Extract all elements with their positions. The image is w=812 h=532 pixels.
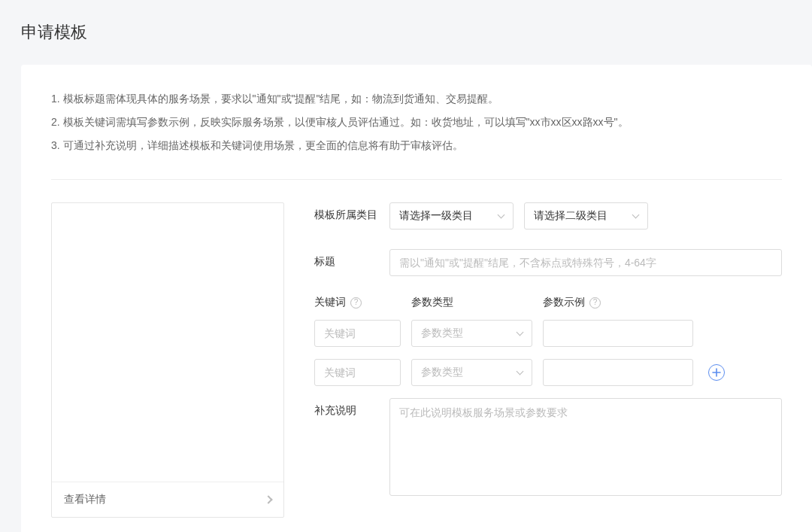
category-level2-select[interactable]: 请选择二级类目 bbox=[524, 202, 648, 230]
keyword-label: 关键词 bbox=[314, 296, 346, 309]
param-type-label: 参数类型 bbox=[411, 296, 453, 309]
param-example-input[interactable] bbox=[543, 320, 693, 347]
supplement-label: 补充说明 bbox=[314, 398, 389, 418]
instruction-3: 3. 可通过补充说明，详细描述模板和关键词使用场景，更全面的信息将有助于审核评估… bbox=[51, 134, 782, 157]
chevron-down-icon bbox=[517, 368, 524, 375]
page-title: 申请模板 bbox=[21, 21, 812, 44]
keyword-row: 参数类型 bbox=[314, 359, 782, 386]
category-label: 模板所属类目 bbox=[314, 202, 389, 222]
chevron-down-icon bbox=[517, 329, 524, 336]
category-level1-placeholder: 请选择一级类目 bbox=[399, 209, 473, 223]
supplement-textarea[interactable] bbox=[389, 398, 782, 496]
keyword-row: 参数类型 bbox=[314, 320, 782, 347]
title-input[interactable] bbox=[389, 249, 782, 276]
keyword-input[interactable] bbox=[314, 320, 401, 347]
preview-panel: 查看详情 bbox=[51, 202, 284, 518]
view-details-label: 查看详情 bbox=[64, 493, 106, 506]
chevron-down-icon bbox=[498, 211, 505, 219]
form-card: 1. 模板标题需体现具体的服务场景，要求以"通知"或"提醒"结尾，如：物流到货通… bbox=[21, 65, 812, 532]
preview-body bbox=[52, 203, 283, 482]
chevron-right-icon bbox=[264, 496, 272, 504]
param-type-select[interactable]: 参数类型 bbox=[411, 359, 532, 386]
instruction-2: 2. 模板关键词需填写参数示例，反映实际服务场景，以便审核人员评估通过。如：收货… bbox=[51, 111, 782, 134]
title-label: 标题 bbox=[314, 249, 389, 269]
param-type-select[interactable]: 参数类型 bbox=[411, 320, 532, 347]
param-type-placeholder: 参数类型 bbox=[421, 327, 463, 340]
param-example-input[interactable] bbox=[543, 359, 693, 386]
param-example-label: 参数示例 bbox=[543, 296, 585, 309]
form-area: 模板所属类目 请选择一级类目 请选择二级类目 标题 bbox=[314, 202, 782, 518]
view-details-link[interactable]: 查看详情 bbox=[52, 482, 283, 517]
param-type-placeholder: 参数类型 bbox=[421, 366, 463, 379]
keyword-input[interactable] bbox=[314, 359, 401, 386]
instruction-1: 1. 模板标题需体现具体的服务场景，要求以"通知"或"提醒"结尾，如：物流到货通… bbox=[51, 87, 782, 111]
help-icon[interactable]: ? bbox=[350, 297, 362, 309]
instructions: 1. 模板标题需体现具体的服务场景，要求以"通知"或"提醒"结尾，如：物流到货通… bbox=[51, 87, 782, 180]
add-keyword-button[interactable] bbox=[708, 364, 725, 381]
category-level2-placeholder: 请选择二级类目 bbox=[534, 209, 607, 223]
chevron-down-icon bbox=[632, 211, 639, 219]
help-icon[interactable]: ? bbox=[589, 297, 601, 309]
category-level1-select[interactable]: 请选择一级类目 bbox=[389, 202, 514, 230]
